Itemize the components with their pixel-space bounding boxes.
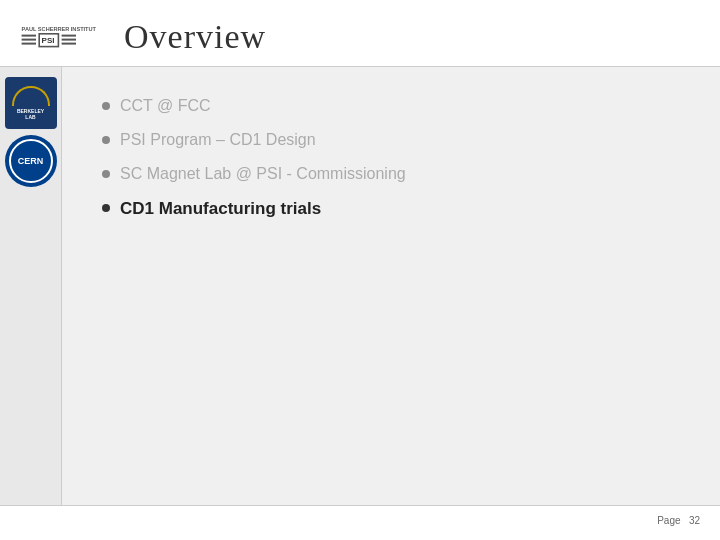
bullet-text-4: CD1 Manufacturing trials [120, 199, 321, 219]
svg-rect-8 [62, 43, 76, 45]
bullet-dot-active-icon [102, 204, 110, 212]
cern-inner-circle: CERN [9, 139, 53, 183]
bullet-dot-icon [102, 170, 110, 178]
svg-text:PSI: PSI [42, 36, 55, 45]
list-item: SC Magnet Lab @ PSI - Commissioning [102, 165, 680, 183]
sidebar: BERKELEYLAB CERN [0, 67, 62, 505]
cern-text: CERN [18, 156, 44, 166]
berkeley-lab-text: BERKELEYLAB [17, 108, 44, 120]
svg-text:PAUL SCHERRER INSTITUT: PAUL SCHERRER INSTITUT [22, 26, 97, 32]
slide-title: Overview [124, 18, 266, 56]
list-item: PSI Program – CD1 Design [102, 131, 680, 149]
list-item: CCT @ FCC [102, 97, 680, 115]
bullet-text-3: SC Magnet Lab @ PSI - Commissioning [120, 165, 406, 183]
svg-rect-6 [62, 35, 76, 37]
svg-rect-3 [22, 43, 36, 45]
svg-rect-1 [22, 35, 36, 37]
content-area: CCT @ FCC PSI Program – CD1 Design SC Ma… [62, 67, 720, 505]
bullet-text-1: CCT @ FCC [120, 97, 211, 115]
bullet-text-2: PSI Program – CD1 Design [120, 131, 316, 149]
bullet-dot-icon [102, 136, 110, 144]
slide-footer: Page 32 [0, 505, 720, 535]
cern-logo: CERN [5, 135, 57, 187]
bullet-dot-icon [102, 102, 110, 110]
bullet-list: CCT @ FCC PSI Program – CD1 Design SC Ma… [102, 97, 680, 219]
psi-logo: PAUL SCHERRER INSTITUT PSI [20, 19, 108, 55]
berkeley-lab-logo: BERKELEYLAB [5, 77, 57, 129]
page-number: Page 32 [657, 515, 700, 526]
svg-rect-7 [62, 39, 76, 41]
slide-header: PAUL SCHERRER INSTITUT PSI Overview [0, 0, 720, 67]
slide-container: PAUL SCHERRER INSTITUT PSI Overview [0, 0, 720, 540]
berkeley-arc-icon [12, 86, 50, 106]
main-content: BERKELEYLAB CERN CCT @ FCC PSI Program –… [0, 67, 720, 505]
list-item: CD1 Manufacturing trials [102, 199, 680, 219]
svg-rect-2 [22, 39, 36, 41]
